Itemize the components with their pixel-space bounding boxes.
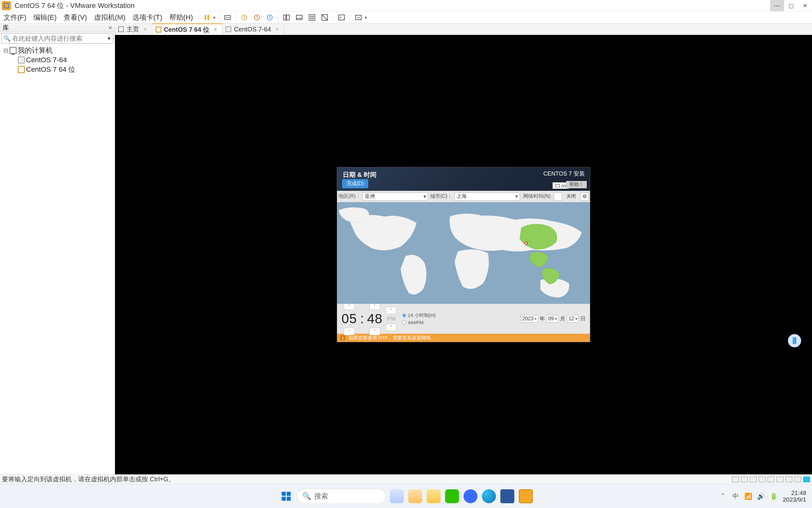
view-console-button[interactable] [293, 12, 305, 23]
city-label: 城市(C)： [430, 193, 452, 200]
taskbar-app-paint[interactable] [408, 489, 423, 504]
centos-installer-dialog: 日期 & 时间 完成(D) CENTOS 7 安装 cn 帮助！ 地区(R)： … [337, 167, 590, 342]
device-printer-icon[interactable] [759, 476, 766, 482]
taskbar-app-wechat[interactable] [444, 489, 460, 504]
start-button[interactable] [279, 489, 294, 504]
year-select[interactable]: 2023▾ [521, 315, 538, 323]
hour-down-button[interactable]: ˅ [344, 328, 355, 335]
menubar: 文件(F) 编辑(E) 查看(V) 虚拟机(M) 选项卡(T) 帮助(H) ▾ … [0, 11, 812, 24]
date-selects: 2023▾年 09▾月 12▾日 [521, 315, 585, 323]
hour-value: 05 [341, 311, 357, 326]
device-hdd-icon[interactable] [732, 476, 739, 482]
console-view-button[interactable] [336, 12, 347, 23]
volume-icon[interactable]: 🔊 [757, 493, 764, 500]
menu-vm[interactable]: 虚拟机(M) [90, 11, 129, 24]
tab-close-icon[interactable]: × [214, 26, 217, 33]
tab-home[interactable]: 主页 × [115, 24, 153, 35]
menu-file[interactable]: 文件(F) [0, 11, 30, 24]
maximize-button[interactable]: ▢ [784, 0, 798, 11]
region-select[interactable]: 亚洲▾ [363, 193, 428, 201]
svg-rect-22 [282, 497, 286, 501]
search-input[interactable] [12, 35, 107, 42]
chevron-down-icon: ▾ [515, 194, 518, 199]
menu-edit[interactable]: 编辑(E) [30, 11, 60, 24]
snapshot-revert-button[interactable] [251, 12, 263, 23]
menu-view[interactable]: 查看(V) [60, 11, 90, 24]
device-cd-icon[interactable] [741, 476, 748, 482]
stretch-dropdown[interactable]: ▾ [365, 15, 368, 20]
pause-button[interactable] [201, 12, 212, 23]
minimize-button[interactable]: — [770, 0, 784, 11]
stretch-button[interactable] [353, 12, 364, 23]
taskbar-app-todo[interactable] [463, 489, 478, 504]
taskbar-app-word[interactable] [500, 489, 515, 504]
done-button[interactable]: 完成(D) [342, 179, 368, 188]
snapshot-manager-button[interactable] [264, 12, 276, 23]
timezone-map[interactable] [337, 202, 590, 304]
menu-tabs[interactable]: 选项卡(T) [129, 11, 166, 24]
tab-close-icon[interactable]: × [276, 26, 279, 33]
month-select[interactable]: 09▾ [546, 315, 559, 323]
help-button[interactable]: 帮助！ [566, 181, 587, 188]
snapshot-take-button[interactable] [239, 12, 250, 23]
device-message-icon[interactable] [803, 476, 810, 482]
usb-icon [793, 337, 797, 344]
tree-vm-2[interactable]: CentOS 7 64 位 [2, 65, 113, 74]
library-close-icon[interactable]: × [108, 24, 112, 32]
time-colon: : [360, 311, 364, 326]
power-dropdown[interactable]: ▾ [213, 15, 217, 20]
view-unity-button[interactable] [319, 12, 330, 23]
tree-root[interactable]: ⊟ 我的计算机 [2, 46, 113, 55]
city-select[interactable]: 上海▾ [454, 193, 520, 201]
tab-home-label: 主页 [126, 25, 139, 34]
device-net-icon[interactable] [750, 476, 757, 482]
radio-24h[interactable]: 24 小时制(H) [402, 312, 436, 319]
device-usb-icon[interactable] [776, 476, 783, 482]
tab-bar: 主页 × CentOS 7 64 位 × CentOS 7-64 × [115, 24, 812, 35]
warning-bar: ! 如果您要使用 NTP，需要首先设置网络。 [337, 334, 590, 342]
taskbar-app-vmware[interactable] [518, 489, 533, 504]
taskbar-app-edge[interactable] [481, 489, 496, 504]
taskbar-search[interactable]: 🔍 搜索 [297, 489, 386, 504]
library-sidebar: 库 × 🔍 ▼ ⊟ 我的计算机 CentOS 7-64 CentOS 7 64 … [0, 24, 115, 474]
vm-running-icon [18, 66, 25, 73]
ampm-down-button[interactable]: ˅ [386, 324, 397, 331]
world-map-svg [337, 202, 590, 304]
send-ctrl-alt-del-button[interactable] [222, 12, 233, 23]
svg-rect-21 [287, 492, 291, 496]
close-button[interactable]: ✕ [798, 0, 812, 11]
taskbar-clock[interactable]: 21:48 2023/9/1 [783, 490, 806, 503]
collapse-icon[interactable]: ⊟ [3, 47, 8, 54]
search-dropdown-icon[interactable]: ▼ [107, 36, 111, 41]
usb-device-badge[interactable] [788, 334, 801, 347]
radio-ampm[interactable]: AM/PM [402, 320, 436, 325]
ampm-up-button[interactable]: ˄ [386, 307, 397, 314]
svg-rect-0 [205, 15, 206, 20]
view-thumbnail-button[interactable] [281, 12, 292, 23]
wifi-icon[interactable]: 📶 [745, 493, 752, 500]
tab-vm-active[interactable]: CentOS 7 64 位 × [153, 24, 223, 35]
tray-chevron-icon[interactable]: ˄ [719, 493, 726, 500]
view-fullscreen-button[interactable] [306, 12, 318, 23]
ntp-settings-button[interactable]: ⚙ [580, 193, 589, 201]
window-title: CentOS 7 64 位 - VMware Workstation [14, 1, 134, 10]
vm-console[interactable]: 日期 & 时间 完成(D) CENTOS 7 安装 cn 帮助！ 地区(R)： … [115, 35, 812, 474]
tab-close-icon[interactable]: × [144, 26, 147, 33]
library-search[interactable]: 🔍 ▼ [1, 33, 113, 43]
taskbar-app-explorer[interactable] [426, 489, 441, 504]
ntp-switch-track[interactable] [554, 193, 562, 201]
ime-indicator[interactable]: 中 [732, 493, 739, 500]
device-generic-icon[interactable] [794, 476, 801, 482]
taskbar-app-snip[interactable] [389, 489, 404, 504]
host-icon [9, 47, 16, 54]
ntp-state: 关闭 [564, 194, 578, 199]
tree-vm-1[interactable]: CentOS 7-64 [2, 55, 113, 65]
tab-vm-2[interactable]: CentOS 7-64 × [222, 24, 284, 35]
svg-rect-13 [309, 14, 315, 20]
device-sound-icon[interactable] [768, 476, 774, 482]
device-display-icon[interactable] [785, 476, 792, 482]
battery-icon[interactable]: 🔋 [770, 493, 777, 500]
minute-down-button[interactable]: ˅ [369, 328, 380, 335]
day-select[interactable]: 12▾ [567, 315, 579, 323]
menu-help[interactable]: 帮助(H) [166, 11, 197, 24]
